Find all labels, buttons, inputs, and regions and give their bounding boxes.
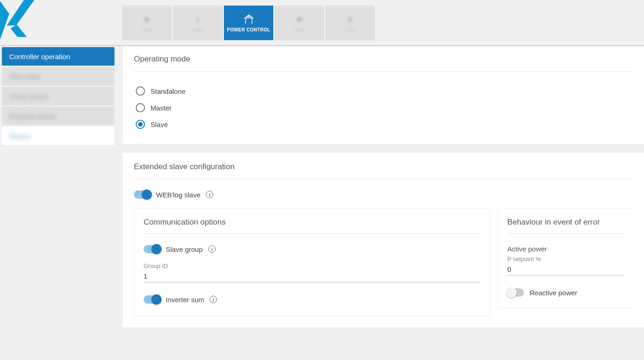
info-icon[interactable]: i (210, 296, 217, 303)
sidebar-item-label: Controller operation (9, 53, 70, 61)
sidebar-item-3[interactable]: Reactive power (2, 107, 114, 125)
tab-1-icon: ▲ (192, 13, 205, 24)
panel-extended-slave-config: Extended slave configuration WEB'log sla… (123, 153, 644, 327)
toggle-label: Slave group (166, 245, 203, 253)
tab-power-control[interactable]: POWER CONTROL (224, 6, 273, 40)
info-icon[interactable]: i (206, 191, 213, 198)
info-icon[interactable]: i (208, 245, 216, 253)
tab-4-icon: ◆ (344, 13, 357, 24)
radio-label: Standalone (150, 87, 186, 95)
tab-1-label: —— (193, 27, 203, 32)
radio-label: Slave (150, 121, 168, 128)
card-title: Communication options (144, 218, 481, 234)
toggle-inverter-sum[interactable] (144, 295, 160, 304)
sidebar-item-label: Reactive power (9, 112, 57, 120)
input-group-id[interactable] (144, 270, 481, 282)
sidebar-item-label: Active power (9, 92, 49, 100)
sidebar-item-controller-operation[interactable]: Controller operation (2, 47, 114, 66)
radio-slave[interactable]: Slave (136, 116, 633, 133)
tab-0-icon: ◉ (141, 13, 154, 24)
radio-circle-icon (136, 120, 145, 129)
card-title: Behaviour in event of error (507, 218, 624, 234)
tab-power-control-label: POWER CONTROL (227, 27, 271, 32)
radio-circle-icon (136, 86, 145, 96)
card-behaviour-error: Behaviour in event of error Active power… (498, 208, 633, 308)
power-control-icon (242, 13, 255, 24)
sidebar-item-4[interactable]: Report (2, 127, 114, 145)
sub-heading-active-power: Active power (507, 245, 624, 253)
toggle-label: Inverter sum (166, 296, 204, 304)
logo (0, 0, 122, 45)
radio-circle-icon (136, 103, 145, 112)
toggle-reactive-power[interactable] (507, 288, 524, 297)
radio-label: Master (150, 104, 172, 112)
tab-4-label: —— (345, 27, 355, 32)
tab-1[interactable]: ▲ —— (173, 6, 223, 40)
tab-3-label: —— (295, 27, 304, 32)
sidebar-item-label: Report (9, 132, 30, 140)
panel-operating-mode: Operating mode Standalone Master Slave (123, 45, 644, 144)
radio-standalone[interactable]: Standalone (136, 83, 633, 99)
tab-0[interactable]: ◉ —— (122, 6, 172, 40)
toggle-slave-group[interactable] (144, 245, 160, 253)
tab-4[interactable]: ◆ —— (325, 6, 375, 40)
tab-3-icon: ◼ (293, 13, 306, 24)
field-label-group-id: Group ID (144, 262, 481, 269)
field-label-p-setpoint: P setpoint % (507, 256, 624, 262)
card-communication-options: Communication options Slave group i Grou… (134, 208, 490, 316)
toggle-label: Reactive power (530, 289, 577, 297)
input-p-setpoint[interactable] (507, 263, 624, 275)
tab-3[interactable]: ◼ —— (275, 6, 324, 40)
sidebar-item-label: Plant data (9, 73, 41, 80)
sidebar-item-2[interactable]: Active power (2, 87, 114, 105)
panel-title: Extended slave configuration (134, 162, 633, 179)
sidebar-item-1[interactable]: Plant data (2, 67, 114, 85)
toggle-weblog-slave[interactable] (134, 190, 150, 199)
radio-master[interactable]: Master (136, 99, 633, 116)
tab-0-label: —— (142, 27, 152, 32)
toggle-label: WEB'log slave (156, 191, 200, 199)
panel-title: Operating mode (134, 55, 633, 72)
